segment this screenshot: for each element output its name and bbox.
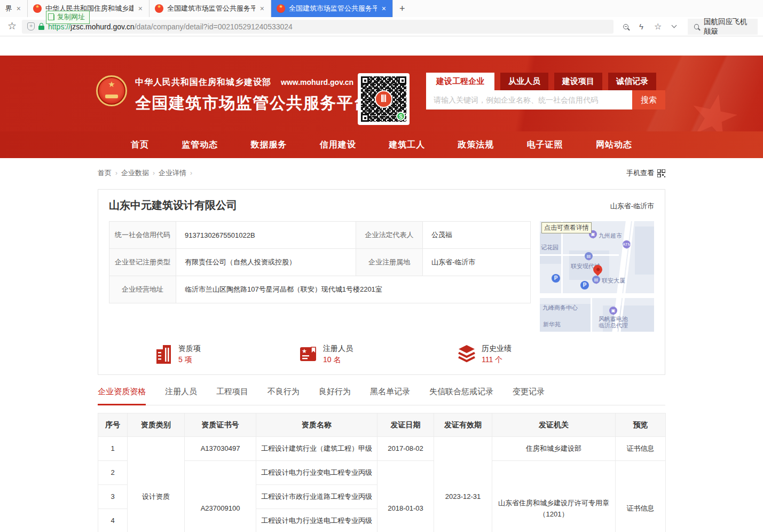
ministry-url: www.mohurd.gov.cn: [281, 78, 353, 87]
table-row: 企业登记注册类型 有限责任公司（自然人投资或控股） 企业注册属地 山东省-临沂市: [109, 249, 531, 276]
tab-good-behavior[interactable]: 良好行为: [319, 387, 351, 405]
stat-history-performance: 历史业绩 111 个: [457, 343, 512, 365]
tab-close-icon[interactable]: ×: [259, 4, 265, 13]
breadcrumb-home[interactable]: 首页: [98, 168, 112, 178]
svg-text:★: ★: [302, 348, 307, 354]
keyword-search-input[interactable]: [426, 90, 632, 109]
reg-type-value: 有限责任公司（自然人投资或控股）: [176, 249, 356, 276]
tab-projects[interactable]: 工程项目: [216, 387, 248, 405]
nav-item-e-license[interactable]: 电子证照: [527, 139, 563, 151]
company-info-table: 统一社会信用代码 91371302675501022B 企业法定代表人 公茂福 …: [109, 221, 531, 303]
search-icon: [694, 24, 699, 29]
new-tab-button[interactable]: +: [393, 0, 412, 17]
nav-item-data-service[interactable]: 数据服务: [251, 139, 287, 151]
nav-item-policy[interactable]: 政策法规: [458, 139, 494, 151]
qr-green-badge: S: [396, 112, 405, 121]
nav-item-site-news[interactable]: 网站动态: [596, 139, 632, 151]
search-tab-credit[interactable]: 诚信记录: [608, 73, 656, 90]
stat-value: 111 个: [482, 354, 512, 365]
category-cell: 设计资质: [128, 437, 185, 532]
stat-value: 10 名: [323, 354, 353, 365]
emblem-favicon-icon: [33, 4, 42, 13]
certificate-info-link[interactable]: 证书信息: [616, 437, 666, 461]
nav-item-credit[interactable]: 信用建设: [320, 139, 356, 151]
tab-close-icon[interactable]: ×: [15, 4, 22, 13]
valid-until-cell: 2023-12-31: [434, 437, 492, 532]
browser-search-box[interactable]: 国航回应飞机颠簸: [688, 19, 758, 35]
browser-tab-partial[interactable]: 界 ×: [0, 0, 28, 17]
certificate-info-link[interactable]: 证书信息: [616, 461, 666, 532]
tab-change-records[interactable]: 变更记录: [513, 387, 545, 405]
tab-dishonesty-records[interactable]: 失信联合惩戒记录: [429, 387, 493, 405]
browser-tab-bar: 界 × 中华人民共和国住房和城乡建设 × 全国建筑市场监管公共服务平台 × 全国…: [0, 0, 763, 17]
reg-region-value: 山东省-临沂市: [423, 249, 531, 276]
address-bar[interactable]: + https://jzsc.mohurd.gov.cn/data/compan…: [22, 20, 613, 34]
emblem-favicon-icon: [155, 4, 163, 13]
ministry-name: 中华人民共和国住房和城乡建设部: [135, 77, 271, 88]
browser-action-icons: ϟ ☆: [623, 22, 676, 31]
company-card: 山东中元建筑设计有限公司 山东省-临沂市 统一社会信用代码 9137130267…: [98, 189, 665, 375]
nav-item-supervision[interactable]: 监管动态: [182, 139, 218, 151]
table-header-row: 序号 资质类别 资质证书号 资质名称 发证日期 发证有效期 发证机关 预览: [98, 413, 666, 437]
zoom-out-icon[interactable]: [623, 24, 628, 29]
company-location-map[interactable]: 点击可查看详情 ▣ 九州超市 ATM 记花园 ▤ 联安现代城 ▤ 联安大厦 P …: [540, 221, 654, 332]
parking-icon: P: [552, 274, 560, 283]
tab-close-icon[interactable]: ×: [381, 4, 387, 13]
header-search-panel: 建设工程企业 从业人员 建设项目 诚信记录 搜索: [426, 73, 665, 109]
search-tab-personnel[interactable]: 从业人员: [500, 73, 548, 90]
browser-url-bar: ☆ + https://jzsc.mohurd.gov.cn/data/comp…: [0, 17, 763, 36]
mobile-view[interactable]: 手机查看: [626, 168, 665, 178]
qualification-table: 序号 资质类别 资质证书号 资质名称 发证日期 发证有效期 发证机关 预览 1 …: [98, 413, 666, 532]
chevron-down-icon[interactable]: [672, 23, 677, 28]
page-top-gap: [0, 36, 763, 56]
stat-value: 5 项: [178, 354, 201, 365]
browser-tab-jzsc-1[interactable]: 全国建筑市场监管公共服务平台 ×: [150, 0, 271, 17]
emblem-favicon-icon: [277, 4, 285, 13]
map-road: [540, 254, 619, 256]
tab-bad-behavior[interactable]: 不良行为: [268, 387, 300, 405]
favorite-star-icon[interactable]: ☆: [654, 22, 662, 31]
breadcrumb-company-detail[interactable]: 企业详情: [159, 168, 186, 178]
battery-pin-icon: ▣: [609, 307, 617, 315]
layers-icon: [457, 345, 476, 363]
address-value: 临沂市兰山区陶然路107号星河晶都（联安）现代城1号楼2201室: [176, 276, 531, 303]
https-lock-icon: [38, 26, 44, 30]
stat-registered-personnel: ★ 注册人员 10 名: [300, 343, 353, 365]
site-titles: 中华人民共和国住房和城乡建设部 www.mohurd.gov.cn 全国建筑市场…: [135, 77, 371, 114]
table-row: 1 设计资质 A137030497 工程设计建筑行业（建筑工程）甲级 2017-…: [98, 437, 666, 461]
certificate-icon: ★: [300, 346, 318, 363]
search-tab-enterprise[interactable]: 建设工程企业: [426, 73, 494, 90]
map-road: [591, 298, 592, 332]
map-tooltip: 点击可查看详情: [541, 222, 592, 233]
detail-tab-bar: 企业资质资格 注册人员 工程项目 不良行为 良好行为 黑名单记录 失信联合惩戒记…: [98, 387, 665, 405]
flash-icon[interactable]: ϟ: [639, 22, 643, 30]
company-region: 山东省-临沂市: [610, 201, 654, 211]
table-row: 统一社会信用代码 91371302675501022B 企业法定代表人 公茂福: [109, 222, 531, 249]
breadcrumb-company-data[interactable]: 企业数据: [121, 168, 149, 178]
map-road: [540, 293, 654, 298]
breadcrumb: 首页 › 企业数据 › 企业详情 › 手机查看: [98, 168, 665, 178]
company-name: 山东中元建筑设计有限公司: [109, 198, 237, 213]
search-button[interactable]: 搜索: [632, 90, 665, 109]
search-tab-project[interactable]: 建设项目: [554, 73, 602, 90]
hot-search-text: 国航回应飞机颠簸: [704, 17, 751, 36]
qr-pattern: S: [361, 76, 406, 122]
tab-registered-personnel[interactable]: 注册人员: [165, 387, 197, 405]
national-emblem-icon: [96, 75, 127, 106]
stat-qualifications: 资质项 5 项: [156, 343, 201, 365]
parking-icon: P: [580, 281, 589, 290]
bookmark-star-icon[interactable]: ☆: [7, 20, 17, 32]
copy-url-tooltip: 复制网址: [46, 11, 90, 24]
building-pin-icon: ▤: [585, 252, 593, 260]
tab-qualifications[interactable]: 企业资质资格: [98, 387, 146, 405]
tab-blacklist[interactable]: 黑名单记录: [370, 387, 410, 405]
copy-icon: [50, 14, 54, 20]
main-navigation: 首页 监管动态 数据服务 信用建设 建筑工人 政策法规 电子证照 网站动态: [0, 131, 763, 158]
nav-item-workers[interactable]: 建筑工人: [389, 139, 425, 151]
table-row: 企业经营地址 临沂市兰山区陶然路107号星河晶都（联安）现代城1号楼2201室: [109, 276, 531, 303]
tab-close-icon[interactable]: ×: [137, 4, 144, 13]
nav-item-home[interactable]: 首页: [131, 139, 149, 151]
browser-tab-jzsc-active[interactable]: 全国建筑市场监管公共服务平台 ×: [271, 0, 393, 17]
building-pin-icon: ▤: [592, 276, 600, 284]
shield-plus-icon[interactable]: +: [27, 22, 35, 30]
